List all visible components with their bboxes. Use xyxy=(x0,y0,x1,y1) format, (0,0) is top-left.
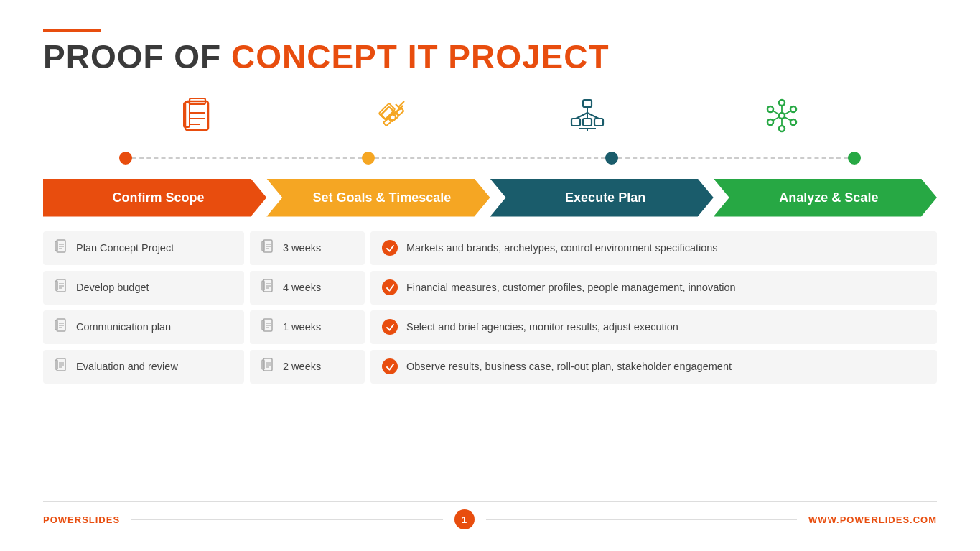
title-black: PROOF OF xyxy=(43,38,231,75)
table-row: Communication plan 1 weeks Select and br… xyxy=(43,310,937,344)
desc-label-3: Select and brief agencies, monitor resul… xyxy=(406,321,678,333)
banner-2: Set Goals & Timescale xyxy=(266,179,490,217)
task-label-2: Develop budget xyxy=(76,282,149,293)
banners-row: Confirm Scope Set Goals & Timescale Exec… xyxy=(43,179,937,217)
task-icon-2 xyxy=(55,279,69,297)
desc-cell-4: Observe results, business case, roll-out… xyxy=(370,350,937,384)
icon-col-2 xyxy=(295,97,490,149)
task-cell-2: Develop budget xyxy=(43,271,244,305)
check-icon-4 xyxy=(382,358,398,374)
banner-4: Analyze & Scale xyxy=(714,179,937,217)
icon-col-4 xyxy=(685,97,879,149)
svg-line-20 xyxy=(576,113,587,119)
svg-line-36 xyxy=(785,117,791,121)
icon-col-3 xyxy=(490,97,685,149)
svg-rect-16 xyxy=(571,119,580,126)
svg-line-33 xyxy=(773,111,779,114)
svg-rect-18 xyxy=(594,119,603,126)
desc-cell-2: Financial measures, customer profiles, p… xyxy=(370,271,937,305)
footer-url: WWW.POWERLIDES.COM xyxy=(808,514,937,525)
table-row: Plan Concept Project 3 weeks Markets and… xyxy=(43,231,937,265)
svg-rect-0 xyxy=(185,101,208,130)
desc-label-4: Observe results, business case, roll-out… xyxy=(406,361,732,372)
page: PROOF OF CONCEPT IT PROJECT xyxy=(0,0,980,551)
desc-label-1: Markets and brands, archetypes, control … xyxy=(406,242,718,254)
title-orange: CONCEPT IT PROJECT xyxy=(231,38,610,75)
check-icon-3 xyxy=(382,319,398,335)
svg-point-24 xyxy=(779,113,785,119)
footer-brand: POWERSLIDES xyxy=(43,514,120,525)
table-row: Evaluation and review 2 weeks Observe re… xyxy=(43,350,937,384)
table-row: Develop budget 4 weeks Financial measure… xyxy=(43,271,937,305)
footer-line-left xyxy=(131,519,442,520)
weeks-icon-3 xyxy=(261,318,276,336)
weeks-label-2: 4 weeks xyxy=(283,282,321,293)
svg-rect-17 xyxy=(583,119,592,126)
svg-point-26 xyxy=(779,126,785,131)
footer-brand-orange: SLIDES xyxy=(82,514,120,525)
footer-brand-black: POWER xyxy=(43,514,82,525)
task-icon-4 xyxy=(55,358,69,376)
banner-3: Execute Plan xyxy=(490,179,714,217)
table-section: Plan Concept Project 3 weeks Markets and… xyxy=(43,231,937,491)
task-icon-3 xyxy=(55,318,69,336)
svg-point-25 xyxy=(779,100,785,106)
banner-1: Confirm Scope xyxy=(43,179,266,217)
weeks-label-3: 1 weeks xyxy=(283,321,321,333)
banner-3-label: Execute Plan xyxy=(565,190,645,205)
weeks-cell-3: 1 weeks xyxy=(250,310,365,344)
task-cell-3: Communication plan xyxy=(43,310,244,344)
desc-cell-3: Select and brief agencies, monitor resul… xyxy=(370,310,937,344)
weeks-icon-1 xyxy=(261,239,276,257)
footer-page-number: 1 xyxy=(454,509,475,529)
weeks-cell-2: 4 weeks xyxy=(250,271,365,305)
svg-rect-15 xyxy=(583,100,592,107)
svg-line-35 xyxy=(773,117,779,121)
banner-4-label: Analyze & Scale xyxy=(779,190,878,205)
svg-rect-14 xyxy=(396,108,404,115)
task-label-1: Plan Concept Project xyxy=(76,242,174,254)
weeks-cell-1: 3 weeks xyxy=(250,231,365,265)
task-label-4: Evaluation and review xyxy=(76,361,178,372)
task-cell-4: Evaluation and review xyxy=(43,350,244,384)
molecule-icon xyxy=(763,97,801,142)
scope-icon xyxy=(179,97,217,142)
desc-label-2: Financial measures, customer profiles, p… xyxy=(406,282,736,293)
network-icon xyxy=(569,97,606,142)
weeks-label-4: 2 weeks xyxy=(283,361,321,372)
weeks-cell-4: 2 weeks xyxy=(250,350,365,384)
header-accent-line xyxy=(43,29,101,32)
banner-1-label: Confirm Scope xyxy=(113,190,205,205)
svg-rect-11 xyxy=(379,103,396,119)
icon-col-1 xyxy=(101,97,295,149)
task-cell-1: Plan Concept Project xyxy=(43,231,244,265)
weeks-label-1: 3 weeks xyxy=(283,242,321,254)
check-icon-1 xyxy=(382,240,398,256)
svg-line-21 xyxy=(587,113,599,119)
desc-cell-1: Markets and brands, archetypes, control … xyxy=(370,231,937,265)
weeks-icon-4 xyxy=(261,358,276,376)
svg-line-34 xyxy=(785,111,791,114)
task-icon-1 xyxy=(55,239,69,257)
satellite-icon xyxy=(374,97,411,142)
banner-2-label: Set Goals & Timescale xyxy=(312,190,451,205)
task-label-3: Communication plan xyxy=(76,321,171,333)
footer-line-right xyxy=(486,519,797,520)
check-icon-2 xyxy=(382,279,398,295)
weeks-icon-2 xyxy=(261,279,276,297)
footer: POWERSLIDES 1 WWW.POWERLIDES.COM xyxy=(43,501,937,529)
page-title: PROOF OF CONCEPT IT PROJECT xyxy=(43,39,937,75)
